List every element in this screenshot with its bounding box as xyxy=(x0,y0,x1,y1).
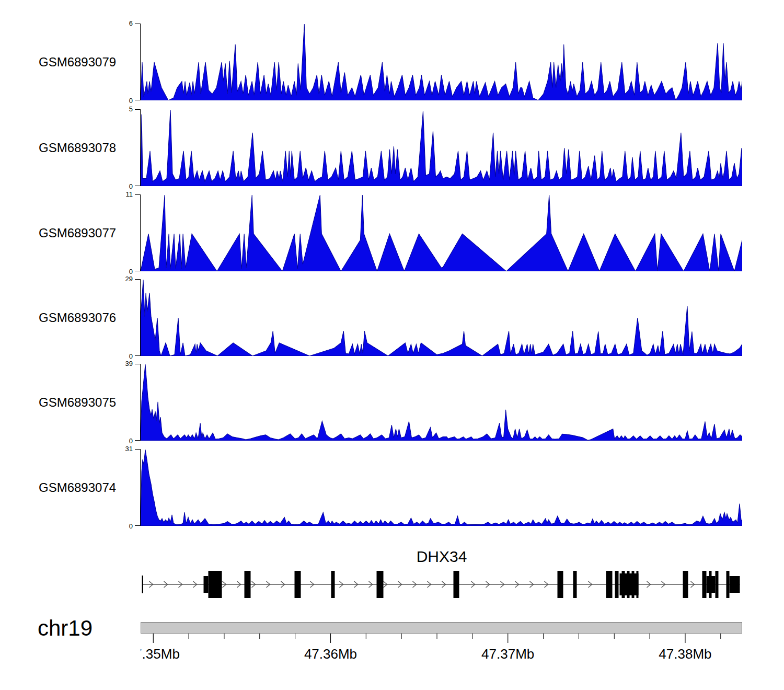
gene-model-track: DHX34 xyxy=(0,548,784,616)
exon-rect xyxy=(727,571,730,598)
y-axis-tick-top xyxy=(135,24,140,24)
y-axis-tick-top xyxy=(135,109,140,110)
y-axis-zero-label: 0 xyxy=(112,437,133,445)
y-axis-zero-label: 0 xyxy=(112,97,133,105)
track-label: GSM6893077 xyxy=(39,226,116,240)
axis-tick-label: 47.36Mb xyxy=(304,646,357,662)
y-axis-max-label: 5 xyxy=(112,105,133,113)
y-axis-tick-bottom xyxy=(135,271,140,271)
exon-rect xyxy=(606,571,613,598)
exon-rect xyxy=(632,571,635,598)
y-axis-zero-label: 0 xyxy=(112,352,133,360)
coverage-track-5: GSM6893075 39 0 xyxy=(0,364,784,441)
coverage-area-plot xyxy=(141,194,742,271)
exon-rect xyxy=(730,576,740,593)
exon-rect xyxy=(454,571,459,598)
y-axis-tick-top xyxy=(135,449,140,450)
track-label: GSM6893076 xyxy=(39,310,116,325)
exon-rect xyxy=(558,571,563,598)
axis-tick-label: 47.38Mb xyxy=(659,646,711,662)
transcript-start-tick xyxy=(142,576,144,593)
y-axis-zero-label: 0 xyxy=(112,182,133,190)
coverage-polygon xyxy=(141,195,742,271)
y-axis-max-label: 29 xyxy=(112,275,133,283)
coverage-area-plot xyxy=(141,279,742,356)
chromosome-bar xyxy=(141,622,742,634)
coverage-track-4: GSM6893076 29 0 xyxy=(0,279,784,356)
coverage-area-plot xyxy=(141,449,742,526)
axis-tick-label: 47.37Mb xyxy=(481,646,534,662)
y-axis-max-label: 39 xyxy=(112,360,133,367)
exon-rect xyxy=(377,571,384,598)
y-axis-tick-bottom xyxy=(135,186,140,186)
coverage-track-3: GSM6893077 11 0 xyxy=(0,194,784,271)
coverage-track-1: GSM6893079 6 0 xyxy=(0,24,784,100)
track-label: GSM6893079 xyxy=(39,55,116,70)
y-axis-tick-top xyxy=(135,279,140,280)
exon-rect xyxy=(622,571,625,598)
coverage-area-plot xyxy=(141,364,742,441)
coverage-area-plot xyxy=(141,24,742,100)
coverage-polygon xyxy=(141,450,742,526)
exon-rect xyxy=(573,571,577,598)
genome-browser-figure: GSM6893079 6 0 GSM6893078 5 0 GSM6893077… xyxy=(0,0,784,690)
exon-rect xyxy=(331,571,335,598)
y-axis-max-label: 11 xyxy=(112,190,133,198)
exon-rect xyxy=(204,576,209,593)
coverage-polygon xyxy=(141,110,742,186)
y-axis-tick-bottom xyxy=(135,355,140,356)
exon-rect xyxy=(709,571,712,598)
exon-rect xyxy=(627,571,630,598)
track-label: GSM6893074 xyxy=(39,480,116,495)
axis-tick-label: 47.35Mb xyxy=(141,646,180,662)
y-axis-zero-label: 0 xyxy=(112,522,133,530)
coverage-polygon xyxy=(141,24,742,100)
gene-model-plot xyxy=(141,553,742,616)
y-axis-tick-bottom xyxy=(135,525,140,526)
coverage-polygon xyxy=(141,280,742,356)
exon-rect xyxy=(209,571,222,598)
genome-axis: 47.35Mb47.36Mb47.37Mb47.38Mb xyxy=(141,634,742,675)
y-axis-zero-label: 0 xyxy=(112,268,133,275)
exon-rect xyxy=(295,571,301,598)
exon-rect xyxy=(716,571,719,598)
coverage-track-2: GSM6893078 5 0 xyxy=(0,109,784,186)
y-axis-max-label: 6 xyxy=(112,19,133,27)
y-axis-tick-top xyxy=(135,364,140,364)
chromosome-label: chr19 xyxy=(38,616,93,641)
coverage-area-plot xyxy=(141,109,742,186)
track-label: GSM6893078 xyxy=(39,141,116,155)
coverage-track-6: GSM6893074 31 0 xyxy=(0,449,784,526)
coverage-polygon xyxy=(141,364,742,441)
y-axis-tick-top xyxy=(135,194,140,195)
y-axis-max-label: 31 xyxy=(112,445,133,453)
exon-rect xyxy=(615,571,619,598)
exon-rect xyxy=(245,571,251,598)
y-axis-tick-bottom xyxy=(135,100,140,100)
y-axis-tick-bottom xyxy=(135,440,140,441)
exon-rect xyxy=(637,571,639,598)
exon-rect xyxy=(683,571,688,598)
exon-rect xyxy=(702,571,707,598)
track-label: GSM6893075 xyxy=(39,395,116,410)
